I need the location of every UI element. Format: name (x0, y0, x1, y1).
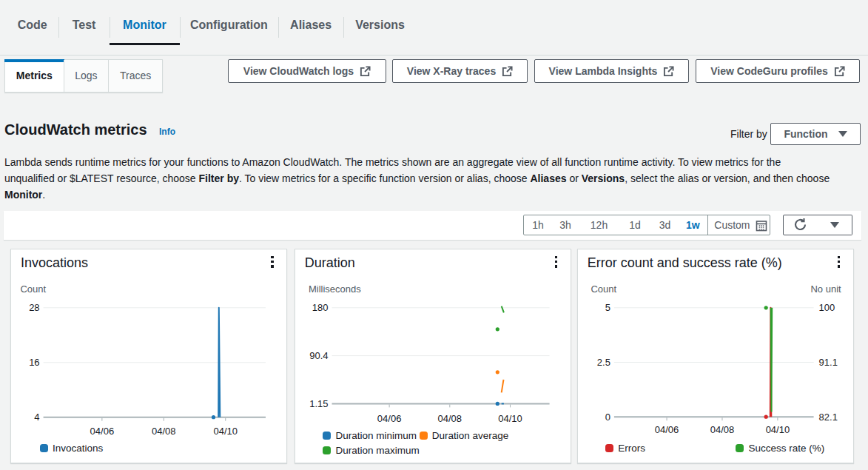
view-codeguru-profiles-button[interactable]: View CodeGuru profiles (696, 59, 860, 83)
time-range-1w[interactable]: 1w (686, 215, 700, 235)
description: Lambda sends runtime metrics for your fu… (4, 154, 841, 203)
external-link-icon (834, 66, 845, 77)
active-tab-underline (110, 43, 180, 45)
svg-text:90.4: 90.4 (309, 350, 328, 361)
time-range-1d[interactable]: 1d (629, 215, 641, 235)
svg-text:4: 4 (34, 412, 39, 423)
external-link-icon (502, 66, 513, 77)
svg-text:180: 180 (312, 302, 328, 313)
metrics-toolbar-band: 1h 3h 12h 1d 3d 1w Custom (4, 211, 861, 241)
chart-card-invocations: InvocationsCount2816404/0604/0804/10Invo… (10, 249, 287, 463)
time-range-12h[interactable]: 12h (591, 215, 608, 235)
chart-card-duration: DurationMilliseconds18090.41.1504/0604/0… (295, 249, 571, 463)
chevron-down-icon (838, 131, 847, 137)
svg-text:04/10: 04/10 (765, 424, 790, 435)
legend-label: Errors (618, 444, 645, 453)
monitor-subtabs: Metrics Logs Traces (4, 59, 163, 93)
refresh-button[interactable] (783, 215, 818, 235)
chart-plot-invocations: 2816404/0604/0804/10 (11, 249, 288, 463)
subtab-traces[interactable]: Traces (108, 60, 162, 92)
svg-text:91.1: 91.1 (818, 357, 837, 368)
tab-test[interactable]: Test (58, 7, 110, 43)
legend-swatch (420, 432, 428, 440)
legend-item[interactable]: Duration minimum (323, 432, 417, 440)
legend-item[interactable]: Duration average (420, 432, 509, 440)
chevron-down-icon (830, 222, 839, 228)
page-title: CloudWatch metrics (4, 121, 147, 138)
tab-aliases[interactable]: Aliases (278, 7, 344, 43)
chart-plot-errors-success: 52.5010091.182.104/0604/0804/10 (578, 249, 855, 463)
svg-text:04/08: 04/08 (710, 424, 734, 435)
legend-item[interactable]: Duration maximum (323, 446, 419, 455)
filter-by-label: Filter by (730, 128, 767, 140)
svg-text:04/08: 04/08 (437, 412, 462, 423)
calendar-icon[interactable] (756, 220, 767, 232)
view-lambda-insights-button[interactable]: View Lambda Insights (534, 59, 689, 83)
legend-label: Invocations (53, 444, 103, 453)
time-range-1h[interactable]: 1h (532, 215, 544, 235)
tabs-divider (0, 55, 868, 56)
legend-swatch (323, 432, 331, 440)
svg-text:04/08: 04/08 (152, 426, 176, 437)
svg-text:1.15: 1.15 (309, 398, 328, 409)
svg-text:04/06: 04/06 (377, 412, 402, 423)
info-link[interactable]: Info (159, 127, 175, 137)
svg-text:0: 0 (605, 411, 610, 422)
external-link-icon (360, 66, 371, 77)
external-link-icon (663, 66, 674, 77)
time-range-3d[interactable]: 3d (659, 215, 671, 235)
time-range-custom[interactable]: Custom (714, 215, 750, 235)
svg-text:04/10: 04/10 (213, 426, 238, 437)
svg-text:04/10: 04/10 (498, 412, 522, 423)
svg-text:16: 16 (29, 357, 39, 368)
legend-item[interactable]: Success rate (%) (736, 444, 824, 453)
legend-label: Duration average (432, 432, 509, 440)
legend-label: Duration maximum (335, 446, 419, 455)
svg-text:82.1: 82.1 (818, 411, 837, 422)
svg-text:5: 5 (605, 302, 610, 313)
svg-text:04/06: 04/06 (654, 424, 679, 435)
svg-text:04/06: 04/06 (90, 426, 115, 437)
tab-code[interactable]: Code (6, 7, 58, 43)
svg-text:100: 100 (818, 302, 835, 313)
divider (707, 215, 708, 235)
legend-label: Duration minimum (335, 432, 417, 440)
subtab-logs[interactable]: Logs (64, 60, 109, 92)
view-xray-traces-button[interactable]: View X-Ray traces (392, 59, 528, 83)
function-tabs: Code Test Monitor Configuration Aliases … (6, 7, 417, 43)
legend-swatch (605, 444, 613, 452)
refresh-icon (793, 218, 807, 232)
legend-item[interactable]: Invocations (40, 444, 103, 453)
legend-swatch (40, 444, 48, 452)
chart-card-errors-success: Error count and success rate (%)CountNo … (577, 249, 854, 463)
tab-versions[interactable]: Versions (343, 7, 416, 43)
time-range-3h[interactable]: 3h (559, 215, 571, 235)
tab-monitor[interactable]: Monitor (110, 7, 180, 43)
legend-swatch (323, 446, 331, 454)
svg-text:2.5: 2.5 (597, 357, 610, 368)
tab-configuration[interactable]: Configuration (180, 7, 278, 43)
subtab-metrics[interactable]: Metrics (5, 60, 64, 92)
legend-swatch (736, 444, 744, 452)
legend-label: Success rate (%) (748, 444, 824, 453)
time-range-selector: 1h 3h 12h 1d 3d 1w Custom (523, 215, 770, 235)
legend-item[interactable]: Errors (605, 444, 645, 453)
filter-function-select[interactable]: Function (770, 123, 861, 145)
view-cloudwatch-logs-button[interactable]: View CloudWatch logs (228, 59, 386, 83)
time-options-dropdown-button[interactable] (818, 215, 853, 235)
svg-text:28: 28 (29, 302, 39, 313)
